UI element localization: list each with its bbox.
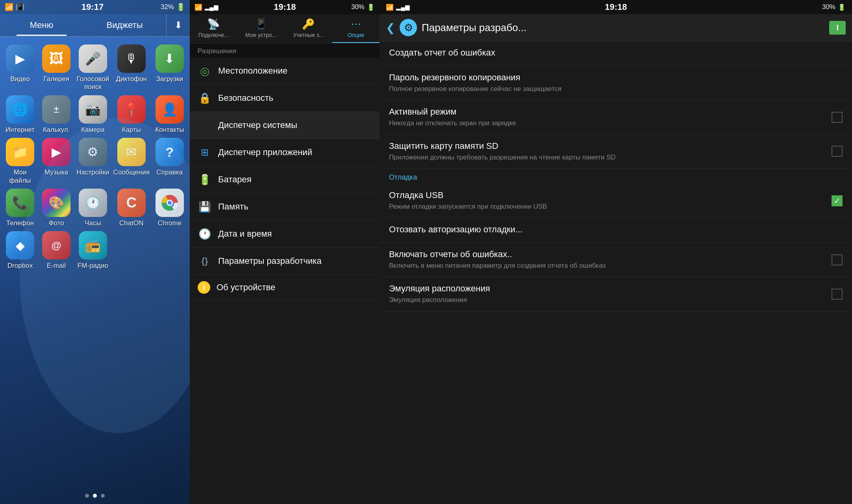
dev-signal-icon: ▂▄▆ xyxy=(396,4,410,11)
checkbox-active-mode[interactable] xyxy=(832,112,843,123)
app-label-voice: Голосовой поиск xyxy=(76,75,109,91)
app-clock[interactable]: 🕐 Часы xyxy=(76,189,109,227)
dev-battery-text: 30% xyxy=(822,3,835,11)
app-icon-phone: 📞 xyxy=(6,189,34,217)
tab-device[interactable]: 📱 Мое устро... xyxy=(237,14,285,43)
app-label-maps: Карты xyxy=(122,126,141,134)
app-photos[interactable]: 🎨 Фото xyxy=(40,189,72,227)
app-download[interactable]: ⬇ Загрузки xyxy=(154,44,186,91)
app-maps[interactable]: 📍 Карты xyxy=(113,95,150,134)
dev-item-backup-pass[interactable]: Пароль резервного копирования Полное рез… xyxy=(380,66,852,100)
page-dots xyxy=(0,487,190,504)
dev-item-content-revoke: Отозвать авторизацию отладки... xyxy=(389,224,843,236)
app-icon-photos: 🎨 xyxy=(42,189,70,217)
app-calc[interactable]: ± Калькул. xyxy=(40,95,72,134)
app-label-settings: Настройки xyxy=(76,169,109,176)
dev-toggle[interactable]: I xyxy=(829,21,846,35)
app-dropbox[interactable]: ◆ Dropbox xyxy=(4,231,36,270)
dev-item-usb-debug[interactable]: Отладка USB Режим отладки запускается пр… xyxy=(380,184,852,218)
options-icon: ⋯ xyxy=(351,18,361,30)
app-internet[interactable]: 🌐 Интернет xyxy=(4,95,36,134)
dev-item-title-bug-report: Создать отчет об ошибках xyxy=(389,48,843,58)
app-icon-chrome xyxy=(156,189,184,217)
download-button[interactable]: ⬇ xyxy=(166,14,190,36)
settings-item-location[interactable]: ◎ Местоположение xyxy=(190,57,380,85)
app-icon-video: ▶ xyxy=(6,44,34,73)
app-icon-voice: 🎤 xyxy=(79,44,107,73)
datetime-label: Дата и время xyxy=(218,229,272,239)
app-files[interactable]: 📁 Мои файлы xyxy=(4,138,36,185)
dev-item-content-usb: Отладка USB Режим отладки запускается пр… xyxy=(389,190,832,211)
home-screen: 📶 📳 19:17 32% 🔋 Меню Виджеты ⬇ ▶ Видео 🖼… xyxy=(0,0,190,504)
checkbox-mock-location[interactable] xyxy=(832,289,843,300)
app-camera[interactable]: 📷 Камера xyxy=(76,95,109,134)
checkbox-bug-reports[interactable] xyxy=(832,254,843,265)
settings-item-devopt[interactable]: {} Параметры разработчика xyxy=(190,248,380,275)
battery-label: Батарея xyxy=(218,174,252,185)
settings-item-security[interactable]: 🔒 Безопасность xyxy=(190,85,380,112)
accounts-label: Учетные з... xyxy=(293,32,324,38)
app-icon-recorder: 🎙 xyxy=(117,44,146,73)
settings-item-sysmanager[interactable]: Диспетчер системы xyxy=(190,112,380,139)
app-help[interactable]: ? Справка xyxy=(154,138,186,185)
app-radio[interactable]: 📻 FM-радио xyxy=(76,231,109,270)
checkbox-protect-sd[interactable] xyxy=(832,146,843,157)
back-button[interactable]: ❮ xyxy=(386,21,395,34)
security-label: Безопасность xyxy=(218,93,273,103)
checkbox-usb-debug[interactable]: ✓ xyxy=(832,195,843,206)
dev-item-content-mock: Эмуляция расположения Эмуляция расположе… xyxy=(389,284,832,305)
dev-item-bug-report[interactable]: Создать отчет об ошибках xyxy=(380,41,852,66)
dev-item-mock-location[interactable]: Эмуляция расположения Эмуляция расположе… xyxy=(380,277,852,311)
tab-menu[interactable]: Меню xyxy=(0,15,83,36)
dev-item-title-mock: Эмуляция расположения xyxy=(389,284,832,294)
dev-item-protect-sd[interactable]: Защитить карту памяти SD Приложения долж… xyxy=(380,135,852,169)
tab-connect[interactable]: 📡 Подключе... xyxy=(190,14,237,43)
app-grid: ▶ Видео 🖼 Галерея 🎤 Голосовой поиск 🎙 Ди… xyxy=(0,37,190,487)
app-gallery[interactable]: 🖼 Галерея xyxy=(40,44,72,91)
settings-item-memory[interactable]: 💾 Память xyxy=(190,193,380,220)
battery-text: 32% xyxy=(161,3,174,11)
app-messages[interactable]: ✉ Сообщения xyxy=(113,138,150,185)
dev-item-revoke-auth[interactable]: Отозвать авторизацию отладки... xyxy=(380,218,852,243)
tab-widgets[interactable]: Виджеты xyxy=(83,15,166,36)
about-icon: i xyxy=(198,281,210,294)
settings-item-battery[interactable]: 🔋 Батарея xyxy=(190,166,380,193)
settings-item-datetime[interactable]: 🕐 Дата и время xyxy=(190,220,380,248)
app-label-chaton: ChatON xyxy=(119,219,143,227)
settings-item-appmanager[interactable]: ⊞ Диспетчер приложений xyxy=(190,139,380,166)
app-icon-gallery: 🖼 xyxy=(42,44,70,73)
tab-options[interactable]: ⋯ Опции xyxy=(332,14,380,43)
dev-item-content-active: Активный режим Никогда не отключать экра… xyxy=(389,107,832,128)
app-video[interactable]: ▶ Видео xyxy=(4,44,36,91)
tab-accounts[interactable]: 🔑 Учетные з... xyxy=(285,14,332,43)
dev-item-subtitle-mock: Эмуляция расположения xyxy=(389,295,832,305)
app-voice[interactable]: 🎤 Голосовой поиск xyxy=(76,44,109,91)
developer-panel: 📶 ▂▄▆ 19:18 30% 🔋 ❮ ⚙ Параметры разрабо.… xyxy=(380,0,852,504)
settings-wifi-icon: 📶 xyxy=(194,4,202,11)
dev-item-content-protect: Защитить карту памяти SD Приложения долж… xyxy=(389,141,832,162)
app-music[interactable]: ▶ Музыка xyxy=(40,138,72,185)
devopt-icon: {} xyxy=(198,254,212,268)
connect-icon: 📡 xyxy=(207,18,220,30)
app-phone[interactable]: 📞 Телефон xyxy=(4,189,36,227)
dev-item-title-protect: Защитить карту памяти SD xyxy=(389,141,832,151)
app-label-files: Мои файлы xyxy=(4,169,36,185)
dev-item-title-usb: Отладка USB xyxy=(389,190,832,200)
app-chaton[interactable]: C ChatON xyxy=(113,189,150,227)
app-email[interactable]: @ E-mail xyxy=(40,231,72,270)
app-icon-contacts: 👤 xyxy=(156,95,184,124)
about-label: Об устройстве xyxy=(217,282,275,293)
app-contacts[interactable]: 👤 Контакты xyxy=(154,95,186,134)
app-chrome[interactable]: Chrome xyxy=(154,189,186,227)
dev-item-subtitle-bugreports: Включить в меню питания параметр для соз… xyxy=(389,261,832,271)
dev-item-title-active: Активный режим xyxy=(389,107,832,117)
settings-battery-text: 30% xyxy=(351,3,365,11)
app-icon-clock: 🕐 xyxy=(79,189,107,217)
settings-item-about[interactable]: i Об устройстве xyxy=(190,275,380,300)
app-settings[interactable]: ⚙ Настройки xyxy=(76,138,109,185)
sysmanager-label: Диспетчер системы xyxy=(218,120,297,130)
dev-item-bug-reports[interactable]: Включать отчеты об ошибках.. Включить в … xyxy=(380,243,852,277)
app-recorder[interactable]: 🎙 Диктофон xyxy=(113,44,150,91)
dev-item-active-mode[interactable]: Активный режим Никогда не отключать экра… xyxy=(380,100,852,135)
settings-signal-icon: ▂▄▆ xyxy=(205,4,219,11)
